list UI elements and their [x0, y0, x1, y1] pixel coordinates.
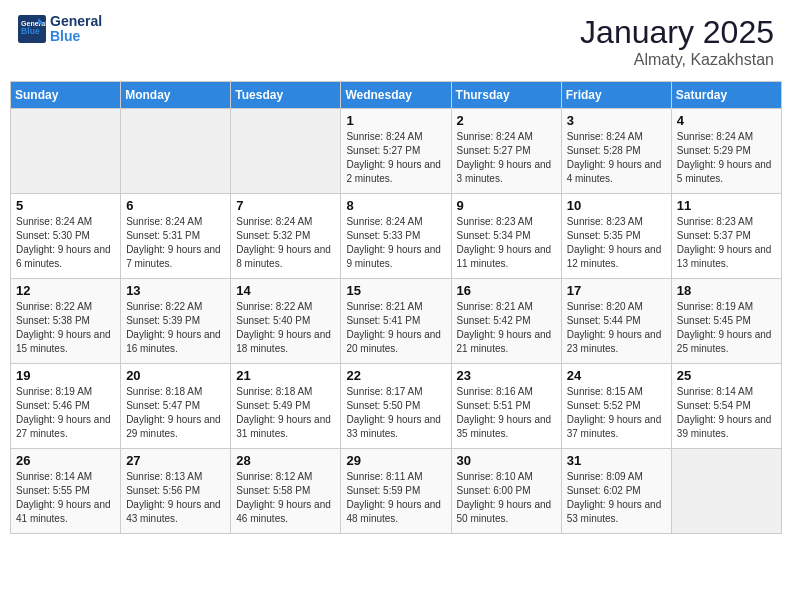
- calendar-cell: [671, 449, 781, 534]
- calendar-cell: [11, 109, 121, 194]
- calendar-cell: 19 Sunrise: 8:19 AMSunset: 5:46 PMDaylig…: [11, 364, 121, 449]
- logo-text: General Blue: [50, 14, 102, 45]
- calendar-cell: 5 Sunrise: 8:24 AMSunset: 5:30 PMDayligh…: [11, 194, 121, 279]
- col-header-monday: Monday: [121, 82, 231, 109]
- day-info: Sunrise: 8:23 AMSunset: 5:34 PMDaylight:…: [457, 215, 556, 271]
- calendar-cell: 30 Sunrise: 8:10 AMSunset: 6:00 PMDaylig…: [451, 449, 561, 534]
- calendar-cell: 13 Sunrise: 8:22 AMSunset: 5:39 PMDaylig…: [121, 279, 231, 364]
- day-info: Sunrise: 8:11 AMSunset: 5:59 PMDaylight:…: [346, 470, 445, 526]
- month-title: January 2025: [580, 14, 774, 51]
- day-info: Sunrise: 8:24 AMSunset: 5:32 PMDaylight:…: [236, 215, 335, 271]
- calendar-cell: 9 Sunrise: 8:23 AMSunset: 5:34 PMDayligh…: [451, 194, 561, 279]
- calendar-cell: 17 Sunrise: 8:20 AMSunset: 5:44 PMDaylig…: [561, 279, 671, 364]
- day-number: 18: [677, 283, 776, 298]
- day-info: Sunrise: 8:14 AMSunset: 5:54 PMDaylight:…: [677, 385, 776, 441]
- day-number: 13: [126, 283, 225, 298]
- day-number: 8: [346, 198, 445, 213]
- col-header-sunday: Sunday: [11, 82, 121, 109]
- day-info: Sunrise: 8:24 AMSunset: 5:27 PMDaylight:…: [457, 130, 556, 186]
- day-number: 2: [457, 113, 556, 128]
- day-info: Sunrise: 8:19 AMSunset: 5:46 PMDaylight:…: [16, 385, 115, 441]
- calendar-table: SundayMondayTuesdayWednesdayThursdayFrid…: [10, 81, 782, 534]
- day-info: Sunrise: 8:16 AMSunset: 5:51 PMDaylight:…: [457, 385, 556, 441]
- day-number: 14: [236, 283, 335, 298]
- calendar-cell: 11 Sunrise: 8:23 AMSunset: 5:37 PMDaylig…: [671, 194, 781, 279]
- day-info: Sunrise: 8:21 AMSunset: 5:41 PMDaylight:…: [346, 300, 445, 356]
- day-number: 6: [126, 198, 225, 213]
- day-number: 1: [346, 113, 445, 128]
- day-info: Sunrise: 8:15 AMSunset: 5:52 PMDaylight:…: [567, 385, 666, 441]
- calendar-cell: 27 Sunrise: 8:13 AMSunset: 5:56 PMDaylig…: [121, 449, 231, 534]
- day-number: 20: [126, 368, 225, 383]
- day-info: Sunrise: 8:18 AMSunset: 5:47 PMDaylight:…: [126, 385, 225, 441]
- location-title: Almaty, Kazakhstan: [580, 51, 774, 69]
- calendar-cell: 22 Sunrise: 8:17 AMSunset: 5:50 PMDaylig…: [341, 364, 451, 449]
- calendar-cell: 20 Sunrise: 8:18 AMSunset: 5:47 PMDaylig…: [121, 364, 231, 449]
- calendar-cell: 7 Sunrise: 8:24 AMSunset: 5:32 PMDayligh…: [231, 194, 341, 279]
- day-info: Sunrise: 8:23 AMSunset: 5:37 PMDaylight:…: [677, 215, 776, 271]
- calendar-cell: [121, 109, 231, 194]
- calendar-cell: 10 Sunrise: 8:23 AMSunset: 5:35 PMDaylig…: [561, 194, 671, 279]
- calendar-cell: 1 Sunrise: 8:24 AMSunset: 5:27 PMDayligh…: [341, 109, 451, 194]
- col-header-tuesday: Tuesday: [231, 82, 341, 109]
- day-info: Sunrise: 8:24 AMSunset: 5:29 PMDaylight:…: [677, 130, 776, 186]
- day-number: 11: [677, 198, 776, 213]
- day-number: 12: [16, 283, 115, 298]
- col-header-wednesday: Wednesday: [341, 82, 451, 109]
- day-number: 22: [346, 368, 445, 383]
- day-info: Sunrise: 8:24 AMSunset: 5:30 PMDaylight:…: [16, 215, 115, 271]
- col-header-saturday: Saturday: [671, 82, 781, 109]
- day-info: Sunrise: 8:12 AMSunset: 5:58 PMDaylight:…: [236, 470, 335, 526]
- day-info: Sunrise: 8:24 AMSunset: 5:31 PMDaylight:…: [126, 215, 225, 271]
- day-number: 10: [567, 198, 666, 213]
- logo: General Blue General Blue: [18, 14, 102, 45]
- day-number: 29: [346, 453, 445, 468]
- calendar-cell: 12 Sunrise: 8:22 AMSunset: 5:38 PMDaylig…: [11, 279, 121, 364]
- calendar-cell: 6 Sunrise: 8:24 AMSunset: 5:31 PMDayligh…: [121, 194, 231, 279]
- calendar-cell: 21 Sunrise: 8:18 AMSunset: 5:49 PMDaylig…: [231, 364, 341, 449]
- day-info: Sunrise: 8:17 AMSunset: 5:50 PMDaylight:…: [346, 385, 445, 441]
- calendar-cell: 14 Sunrise: 8:22 AMSunset: 5:40 PMDaylig…: [231, 279, 341, 364]
- day-info: Sunrise: 8:20 AMSunset: 5:44 PMDaylight:…: [567, 300, 666, 356]
- day-info: Sunrise: 8:22 AMSunset: 5:39 PMDaylight:…: [126, 300, 225, 356]
- day-number: 17: [567, 283, 666, 298]
- calendar-cell: 23 Sunrise: 8:16 AMSunset: 5:51 PMDaylig…: [451, 364, 561, 449]
- day-number: 5: [16, 198, 115, 213]
- calendar-cell: 26 Sunrise: 8:14 AMSunset: 5:55 PMDaylig…: [11, 449, 121, 534]
- calendar-cell: 25 Sunrise: 8:14 AMSunset: 5:54 PMDaylig…: [671, 364, 781, 449]
- day-number: 21: [236, 368, 335, 383]
- col-header-thursday: Thursday: [451, 82, 561, 109]
- day-info: Sunrise: 8:18 AMSunset: 5:49 PMDaylight:…: [236, 385, 335, 441]
- day-info: Sunrise: 8:24 AMSunset: 5:27 PMDaylight:…: [346, 130, 445, 186]
- calendar-cell: 15 Sunrise: 8:21 AMSunset: 5:41 PMDaylig…: [341, 279, 451, 364]
- day-info: Sunrise: 8:19 AMSunset: 5:45 PMDaylight:…: [677, 300, 776, 356]
- day-info: Sunrise: 8:22 AMSunset: 5:38 PMDaylight:…: [16, 300, 115, 356]
- day-number: 15: [346, 283, 445, 298]
- day-number: 7: [236, 198, 335, 213]
- calendar-cell: 2 Sunrise: 8:24 AMSunset: 5:27 PMDayligh…: [451, 109, 561, 194]
- day-number: 28: [236, 453, 335, 468]
- day-number: 27: [126, 453, 225, 468]
- calendar-cell: 16 Sunrise: 8:21 AMSunset: 5:42 PMDaylig…: [451, 279, 561, 364]
- svg-text:Blue: Blue: [21, 27, 40, 37]
- title-block: January 2025 Almaty, Kazakhstan: [580, 14, 774, 69]
- calendar-cell: 24 Sunrise: 8:15 AMSunset: 5:52 PMDaylig…: [561, 364, 671, 449]
- day-info: Sunrise: 8:22 AMSunset: 5:40 PMDaylight:…: [236, 300, 335, 356]
- col-header-friday: Friday: [561, 82, 671, 109]
- day-info: Sunrise: 8:23 AMSunset: 5:35 PMDaylight:…: [567, 215, 666, 271]
- day-info: Sunrise: 8:13 AMSunset: 5:56 PMDaylight:…: [126, 470, 225, 526]
- page-header: General Blue General Blue January 2025 A…: [10, 10, 782, 73]
- day-number: 26: [16, 453, 115, 468]
- calendar-cell: 8 Sunrise: 8:24 AMSunset: 5:33 PMDayligh…: [341, 194, 451, 279]
- day-info: Sunrise: 8:09 AMSunset: 6:02 PMDaylight:…: [567, 470, 666, 526]
- calendar-cell: 3 Sunrise: 8:24 AMSunset: 5:28 PMDayligh…: [561, 109, 671, 194]
- day-number: 9: [457, 198, 556, 213]
- day-info: Sunrise: 8:24 AMSunset: 5:33 PMDaylight:…: [346, 215, 445, 271]
- day-info: Sunrise: 8:21 AMSunset: 5:42 PMDaylight:…: [457, 300, 556, 356]
- calendar-cell: 4 Sunrise: 8:24 AMSunset: 5:29 PMDayligh…: [671, 109, 781, 194]
- calendar-cell: 18 Sunrise: 8:19 AMSunset: 5:45 PMDaylig…: [671, 279, 781, 364]
- logo-icon: General Blue: [18, 15, 46, 43]
- calendar-cell: [231, 109, 341, 194]
- day-number: 19: [16, 368, 115, 383]
- day-info: Sunrise: 8:24 AMSunset: 5:28 PMDaylight:…: [567, 130, 666, 186]
